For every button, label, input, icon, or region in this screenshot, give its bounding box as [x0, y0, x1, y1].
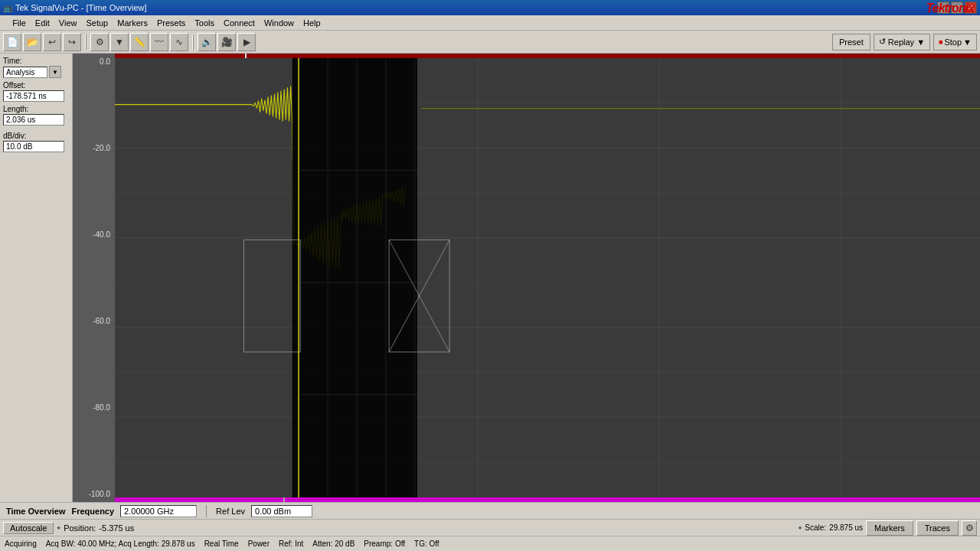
preamp-label: Preamp: Off — [364, 540, 405, 548]
video-button[interactable]: 🎥 — [217, 33, 236, 51]
replay-arrow: ▼ — [916, 37, 925, 47]
settings-button[interactable]: ⚙ — [90, 33, 109, 51]
replay-label: Replay — [888, 37, 914, 47]
time-dropdown: Analysis ▼ — [3, 66, 69, 78]
timeline-bottom-cursor — [283, 497, 285, 502]
bottom-toolbar-left: Autoscale ● Position: -5.375 us — [3, 522, 134, 534]
tektronix-logo: Tektronix — [926, 2, 974, 15]
ref-lev-input[interactable] — [251, 505, 312, 517]
yaxis-20: -20.0 — [74, 144, 113, 152]
position-value: -5.375 us — [99, 523, 134, 533]
db-div-label: dB/div: — [3, 132, 69, 140]
ref-int-label: Ref: Int — [279, 540, 303, 548]
undo-button[interactable]: ↩ — [43, 33, 61, 51]
menu-presets[interactable]: Presets — [152, 17, 190, 29]
db-div-row: dB/div: — [3, 132, 69, 152]
bottom-toolbar: Autoscale ● Position: -5.375 us ● Scale:… — [0, 519, 980, 536]
frequency-label: Frequency — [71, 507, 114, 516]
settings-gear-button[interactable]: ⚙ — [962, 520, 977, 536]
signal-button[interactable]: ∿ — [170, 33, 188, 51]
open-button[interactable]: 📂 — [23, 33, 41, 51]
svg-rect-18 — [292, 58, 417, 502]
new-button[interactable]: 📄 — [3, 33, 21, 51]
markers-button[interactable]: Markers — [866, 520, 913, 536]
time-dropdown-arrow[interactable]: ▼ — [49, 66, 61, 78]
toolbar: 📄 📂 ↩ ↪ ⚙ ▼ 📏 〰 ∿ 🔊 🎥 ▶ Preset ↺ Replay … — [0, 31, 980, 54]
stop-arrow: ▼ — [963, 37, 972, 47]
yaxis-60: -60.0 — [74, 317, 113, 325]
menu-file[interactable]: File — [8, 17, 31, 29]
stop-label: Stop — [944, 37, 962, 47]
replay-button[interactable]: ↺ Replay ▼ — [874, 34, 930, 51]
yaxis: 0.0 -20.0 -40.0 -60.0 -80.0 -100.0 — [73, 54, 115, 502]
status-separator — [206, 505, 207, 517]
main: Time: Analysis ▼ Offset: Length: dB/div:… — [0, 54, 980, 502]
toolbar-separator-1 — [85, 34, 87, 50]
stop-button[interactable]: ■ Stop ▼ — [933, 34, 977, 51]
wave-button[interactable]: 〰 — [150, 33, 168, 51]
offset-row: Offset: — [3, 81, 69, 102]
statusbar: Time Overview Frequency Ref Lev — [0, 502, 980, 519]
menu-setup[interactable]: Setup — [81, 17, 113, 29]
db-div-input[interactable] — [3, 141, 64, 152]
frequency-input[interactable] — [120, 505, 197, 517]
preset-button[interactable]: Preset — [832, 34, 871, 51]
titlebar-title: Tek SignalVu-PC - [Time Overview] — [15, 3, 147, 12]
offset-label: Offset: — [3, 81, 69, 90]
toolbar-separator-2 — [192, 34, 194, 50]
play-button[interactable]: ▶ — [237, 33, 256, 51]
menu-tools[interactable]: Tools — [190, 17, 219, 29]
titlebar-left: 📺 Tek SignalVu-PC - [Time Overview] — [3, 3, 147, 12]
atten-label: Atten: 20 dB — [312, 540, 354, 548]
menu-window[interactable]: Window — [260, 17, 299, 29]
menu-edit[interactable]: Edit — [31, 17, 54, 29]
yaxis-0: 0.0 — [74, 57, 113, 66]
time-dropdown-box[interactable]: Analysis — [3, 67, 47, 78]
position-dot: ● — [57, 524, 60, 531]
real-time-label: Real Time — [204, 540, 239, 548]
scale-value: 29.875 us — [829, 523, 863, 532]
yaxis-80: -80.0 — [74, 403, 113, 412]
ref-lev-label: Ref Lev — [216, 507, 245, 516]
titlebar: 📺 Tek SignalVu-PC - [Time Overview] _ □ … — [0, 0, 980, 15]
measure-button[interactable]: 📏 — [130, 33, 149, 51]
menu-help[interactable]: Help — [299, 17, 325, 29]
left-panel: Time: Analysis ▼ Offset: Length: dB/div: — [0, 54, 73, 502]
menubar: Tektronix File Edit View Setup Markers P… — [0, 15, 980, 31]
stop-icon: ■ — [939, 38, 942, 46]
speaker-button[interactable]: 🔊 — [198, 33, 216, 51]
filter-button[interactable]: ▼ — [110, 33, 129, 51]
position-label: Position: — [64, 523, 96, 533]
toolbar-right: Preset ↺ Replay ▼ ■ Stop ▼ — [832, 34, 977, 51]
bottom-toolbar-right: ● Scale: 29.875 us Markers Traces ⚙ — [798, 520, 977, 536]
timeline-bottom-bar — [115, 497, 980, 502]
acq-bw-info: Acq BW: 40.00 MHz; Acq Length: 29.878 us — [46, 540, 195, 548]
acq-bar: Acquiring Acq BW: 40.00 MHz; Acq Length:… — [0, 536, 980, 551]
svg-rect-0 — [115, 58, 980, 502]
time-overview-label: Time Overview — [6, 507, 65, 516]
acquiring-status: Acquiring — [5, 540, 37, 548]
traces-button[interactable]: Traces — [916, 520, 959, 536]
time-row: Time: Analysis ▼ — [3, 57, 69, 78]
autoscale-button[interactable]: Autoscale — [3, 522, 54, 534]
menu-markers[interactable]: Markers — [113, 17, 152, 29]
length-label: Length: — [3, 105, 69, 113]
offset-input[interactable] — [3, 90, 64, 102]
scale-dot: ● — [798, 524, 802, 531]
time-label: Time: — [3, 57, 69, 65]
yaxis-40: -40.0 — [74, 230, 113, 239]
length-row: Length: — [3, 105, 69, 126]
yaxis-100: -100.0 — [74, 490, 113, 498]
menu-connect[interactable]: Connect — [219, 17, 260, 29]
menu-view[interactable]: View — [54, 17, 82, 29]
tek-small-logo: 📺 — [3, 4, 12, 12]
tg-label: TG: Off — [414, 540, 439, 548]
replay-icon: ↺ — [879, 37, 886, 47]
redo-button[interactable]: ↪ — [63, 33, 81, 51]
waveform-svg[interactable] — [115, 58, 980, 502]
chart-area[interactable]: 0.0 -20.0 -40.0 -60.0 -80.0 -100.0 — [73, 54, 980, 502]
length-input[interactable] — [3, 114, 64, 126]
scale-label: Scale: — [805, 523, 826, 532]
power-label: Power — [248, 540, 270, 548]
